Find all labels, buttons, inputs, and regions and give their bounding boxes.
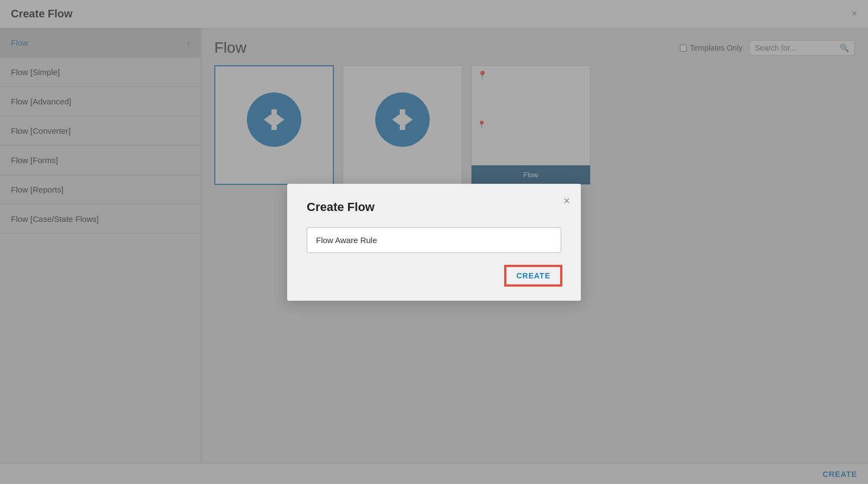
dialog-create-button[interactable]: CREATE xyxy=(505,266,561,286)
create-flow-dialog: Create Flow × CREATE xyxy=(287,184,581,301)
dialog-title: Create Flow xyxy=(307,200,561,214)
flow-name-input[interactable] xyxy=(307,227,561,253)
modal-overlay: Create Flow × CREATE xyxy=(0,0,868,484)
dialog-footer: CREATE xyxy=(307,266,561,286)
dialog-close-button[interactable]: × xyxy=(563,195,570,207)
